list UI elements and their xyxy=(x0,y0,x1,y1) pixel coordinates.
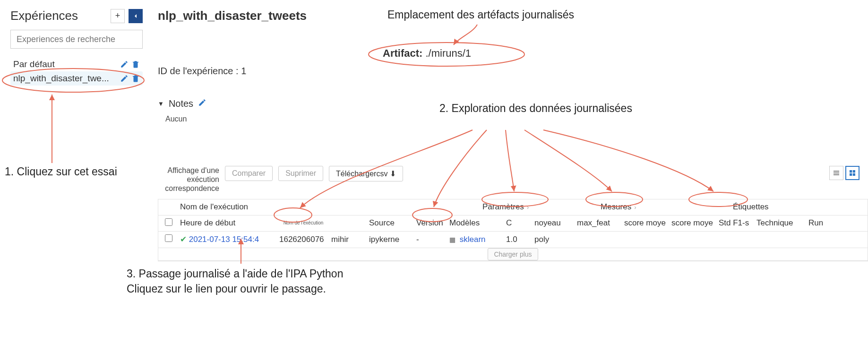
col-source[interactable]: Source xyxy=(367,218,414,228)
experiment-item-default[interactable]: Par défaut xyxy=(10,57,143,71)
edit-icon[interactable] xyxy=(120,60,129,69)
showing-text: Affichage d'une exécution correspondence xyxy=(158,166,219,193)
delete-icon[interactable] xyxy=(131,60,140,69)
col-start-time[interactable]: Heure de début xyxy=(178,218,277,228)
user-cell: mihir xyxy=(329,235,367,244)
table-row: ✔ 2021-07-13 15:54:4 1626206076 mihir ip… xyxy=(158,232,868,248)
main-panel: nlp_with_disaster_tweets ID de l'expérie… xyxy=(146,0,868,362)
list-view-button[interactable] xyxy=(829,166,843,180)
experiment-name: nlp_with_disaster_twe... xyxy=(13,73,109,84)
col-technique[interactable]: Technique xyxy=(755,218,807,228)
caret-down-icon[interactable]: ▼ xyxy=(158,100,164,107)
group-header-parameters[interactable]: Paramètres› xyxy=(481,202,599,212)
select-all-checkbox[interactable] xyxy=(165,218,172,226)
col-kernel[interactable]: noyeau xyxy=(533,218,575,228)
download-label: Téléchargercsv xyxy=(336,170,387,178)
delete-button[interactable]: Suprimer xyxy=(278,166,323,181)
group-header-runname: Nom de l'exécution xyxy=(178,202,481,212)
notes-label: Notes xyxy=(169,98,193,109)
group-header-tags[interactable]: Étiquettes xyxy=(731,202,816,212)
model-link[interactable]: sklearn xyxy=(460,235,486,244)
search-input[interactable] xyxy=(10,30,143,49)
col-c[interactable]: C xyxy=(504,218,533,228)
download-icon: ⬇ xyxy=(390,170,396,178)
col-run-name[interactable]: Nom de l'exécution xyxy=(277,221,329,225)
runs-table: Nom de l'exécution Paramètres› Mesures› … xyxy=(158,199,868,261)
experiment-name: Par défaut xyxy=(13,59,55,69)
sidebar-title: Expériences xyxy=(10,9,78,23)
status-success-icon: ✔ xyxy=(180,235,187,244)
col-std-f1[interactable]: Std F1-s xyxy=(717,218,755,228)
delete-icon[interactable] xyxy=(131,74,140,83)
col-models[interactable]: Modèles xyxy=(447,218,504,228)
compare-button[interactable]: Comparer xyxy=(225,166,273,181)
col-score-moy2[interactable]: score moye xyxy=(670,218,717,228)
collapse-sidebar-button[interactable] xyxy=(129,9,143,23)
model-icon: ▦ xyxy=(449,236,455,243)
sidebar: Expériences + Par défaut nlp_with_disast… xyxy=(0,0,146,362)
col-score-moy1[interactable]: score moye xyxy=(622,218,670,228)
col-run[interactable]: Run xyxy=(807,218,830,228)
add-experiment-button[interactable]: + xyxy=(111,9,125,23)
experiment-id: ID de l'expérience : 1 xyxy=(158,66,868,77)
col-version[interactable]: Version xyxy=(414,218,447,228)
row-checkbox[interactable] xyxy=(165,234,172,242)
notes-body: Aucun xyxy=(165,115,868,123)
page-title: nlp_with_disaster_tweets xyxy=(158,9,868,23)
chevron-right-icon: › xyxy=(634,204,636,211)
col-maxfeat[interactable]: max_feat xyxy=(575,218,622,228)
chevron-right-icon: › xyxy=(527,204,529,211)
group-header-metrics[interactable]: Mesures› xyxy=(599,202,731,212)
edit-notes-icon[interactable] xyxy=(198,98,206,109)
c-cell: 1.0 xyxy=(504,235,533,244)
run-start-time-link[interactable]: 2021-07-13 15:54:4 xyxy=(189,235,259,244)
experiment-item-nlp[interactable]: nlp_with_disaster_twe... xyxy=(10,71,143,86)
edit-icon[interactable] xyxy=(120,74,129,83)
kernel-cell: poly xyxy=(533,235,575,244)
artifact-location: Artifact: ./miruns/1 xyxy=(383,47,471,60)
download-csv-button[interactable]: Téléchargercsv ⬇ xyxy=(329,166,403,181)
run-name-cell: 1626206076 xyxy=(277,235,329,244)
version-cell: - xyxy=(414,235,447,244)
load-more-button[interactable]: Charger plus xyxy=(488,248,538,260)
grid-view-button[interactable] xyxy=(845,166,859,180)
source-cell: ipykerne xyxy=(367,235,414,244)
